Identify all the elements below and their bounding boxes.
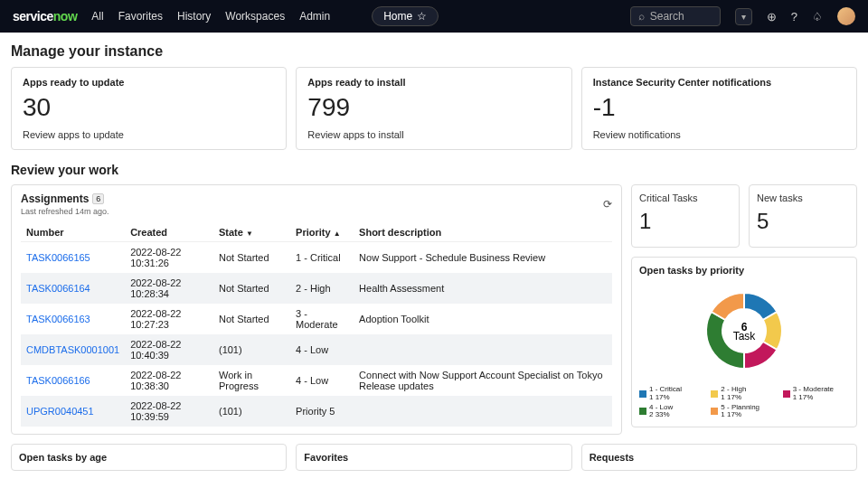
bell-icon[interactable]: ♤ xyxy=(812,10,823,23)
summary-cards: Apps ready to update 30 Review apps to u… xyxy=(11,67,857,150)
task-number-link[interactable]: TASK0066164 xyxy=(21,273,125,304)
card-security[interactable]: Instance Security Center notifications -… xyxy=(581,67,857,150)
col-desc[interactable]: Short description xyxy=(354,223,612,242)
page-title: Manage your instance xyxy=(11,43,857,60)
home-pill[interactable]: Home ☆ xyxy=(372,6,439,26)
col-state[interactable]: State ▼ xyxy=(213,223,290,242)
critical-tasks-card[interactable]: Critical Tasks 1 xyxy=(631,184,740,248)
card-apps-install[interactable]: Apps ready to install 799 Review apps to… xyxy=(296,67,571,150)
legend-swatch xyxy=(711,390,718,398)
globe-icon[interactable]: ⊕ xyxy=(767,10,777,23)
task-number-link[interactable]: TASK0066165 xyxy=(21,242,125,274)
task-number-link[interactable]: TASK0066166 xyxy=(21,365,125,396)
task-number-link[interactable]: UPGR0040451 xyxy=(21,396,125,427)
search-icon: ⌕ xyxy=(638,10,645,23)
nav-history[interactable]: History xyxy=(177,10,211,23)
legend-swatch xyxy=(639,408,646,415)
assignments-table: Number Created State ▼ Priority ▲ Short … xyxy=(21,223,612,427)
avatar[interactable] xyxy=(837,7,855,25)
card-apps-update[interactable]: Apps ready to update 30 Review apps to u… xyxy=(11,67,287,150)
table-row[interactable]: CMDBTASK00010012022-08-22 10:40:39(101)4… xyxy=(21,334,612,365)
logo[interactable]: servicenow xyxy=(13,9,77,23)
section-title-review: Review your work xyxy=(11,163,857,177)
table-row[interactable]: TASK00661642022-08-22 10:28:34Not Starte… xyxy=(21,273,612,304)
refresh-icon[interactable]: ⟳ xyxy=(603,198,612,211)
legend-item[interactable]: 4 - Low2 33% xyxy=(639,404,705,420)
new-tasks-card[interactable]: New tasks 5 xyxy=(749,184,857,248)
favorites-panel[interactable]: Favorites xyxy=(296,444,571,471)
legend-swatch xyxy=(783,390,790,398)
nav-workspaces[interactable]: Workspaces xyxy=(225,10,285,23)
table-row[interactable]: TASK00661632022-08-22 10:27:23Not Starte… xyxy=(21,304,612,334)
col-created[interactable]: Created xyxy=(125,223,213,242)
search-dropdown[interactable]: ▾ xyxy=(735,8,752,25)
open-tasks-chart: Open tasks by priority 6Task 1 - Critica… xyxy=(631,257,857,427)
table-row[interactable]: TASK00661652022-08-22 10:31:26Not Starte… xyxy=(21,242,612,274)
assignments-count-badge: 6 xyxy=(92,193,104,204)
topbar: servicenow All Favorites History Workspa… xyxy=(0,0,868,33)
primary-nav: All Favorites History Workspaces Admin xyxy=(91,10,330,23)
table-row[interactable]: TASK00661662022-08-22 10:38:30Work in Pr… xyxy=(21,365,612,396)
legend-item[interactable]: 3 - Moderate1 17% xyxy=(783,386,849,402)
nav-all[interactable]: All xyxy=(91,10,103,23)
refresh-note: Last refreshed 14m ago. xyxy=(21,207,109,216)
legend-swatch xyxy=(639,390,646,398)
chevron-up-icon: ▲ xyxy=(334,230,341,238)
col-number[interactable]: Number xyxy=(21,223,125,242)
star-icon: ☆ xyxy=(417,10,427,23)
requests-panel[interactable]: Requests xyxy=(581,444,857,471)
nav-favorites[interactable]: Favorites xyxy=(118,10,163,23)
chevron-down-icon: ▼ xyxy=(246,230,253,238)
legend-item[interactable]: 2 - High1 17% xyxy=(711,386,777,402)
page-content: Manage your instance Apps ready to updat… xyxy=(0,33,868,488)
legend-item[interactable]: 1 - Critical1 17% xyxy=(639,386,705,402)
nav-admin[interactable]: Admin xyxy=(299,10,330,23)
col-priority[interactable]: Priority ▲ xyxy=(290,223,354,242)
legend-item[interactable]: 5 - Planning1 17% xyxy=(711,404,777,420)
search-input[interactable]: ⌕ Search xyxy=(630,6,721,26)
assignments-panel: Assignments 6 Last refreshed 14m ago. ⟳ … xyxy=(11,184,622,435)
legend-swatch xyxy=(711,408,718,415)
open-tasks-by-age-panel[interactable]: Open tasks by age xyxy=(11,444,287,471)
svg-text:Task: Task xyxy=(733,330,757,343)
help-icon[interactable]: ? xyxy=(791,10,797,23)
table-row[interactable]: UPGR00404512022-08-22 10:39:59(101)Prior… xyxy=(21,396,612,427)
task-number-link[interactable]: CMDBTASK0001001 xyxy=(21,334,125,365)
task-number-link[interactable]: TASK0066163 xyxy=(21,304,125,334)
